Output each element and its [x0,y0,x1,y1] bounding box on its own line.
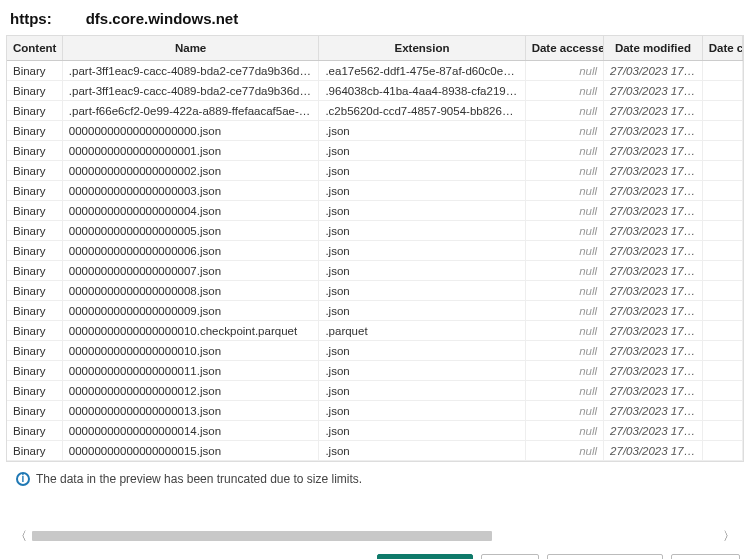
table-row[interactable]: Binary00000000000000000000.json.jsonnull… [7,121,743,141]
cell-extension: .json [319,161,525,181]
scroll-right-button[interactable]: 〉 [720,528,738,544]
cell-content: Binary [7,181,62,201]
table-row[interactable]: Binary00000000000000000008.json.jsonnull… [7,281,743,301]
col-header-date-created[interactable]: Date c [702,36,742,61]
cell-date-accessed: null [525,281,603,301]
cell-date-accessed: null [525,61,603,81]
cell-date-modified: 27/03/2023 17:19:49 [604,381,703,401]
table-row[interactable]: Binary00000000000000000005.json.jsonnull… [7,221,743,241]
table-row[interactable]: Binary00000000000000000010.json.jsonnull… [7,341,743,361]
cell-date-accessed: null [525,361,603,381]
cell-name: 00000000000000000002.json [62,161,319,181]
cell-date-created [702,141,742,161]
cell-name: 00000000000000000004.json [62,201,319,221]
cell-date-modified: 27/03/2023 17:19:55 [604,441,703,461]
cell-date-created [702,181,742,201]
table-row[interactable]: Binary00000000000000000015.json.jsonnull… [7,441,743,461]
table-row[interactable]: Binary00000000000000000001.json.jsonnull… [7,141,743,161]
cell-date-modified: 27/03/2023 17:19:47 [604,361,703,381]
table-row[interactable]: Binary00000000000000000012.json.jsonnull… [7,381,743,401]
cell-date-modified: 27/03/2023 17:23:36 [604,101,703,121]
table-row[interactable]: Binary00000000000000000014.json.jsonnull… [7,421,743,441]
col-header-date-modified[interactable]: Date modified [604,36,703,61]
scroll-thumb[interactable] [32,531,492,541]
table-row[interactable]: Binary00000000000000000013.json.jsonnull… [7,401,743,421]
cell-content: Binary [7,441,62,461]
cell-extension: .json [319,181,525,201]
cell-content: Binary [7,321,62,341]
cell-name: 00000000000000000006.json [62,241,319,261]
cell-date-accessed: null [525,341,603,361]
cell-date-modified: 27/03/2023 17:19:26 [604,121,703,141]
cell-extension: .json [319,281,525,301]
cell-date-accessed: null [525,261,603,281]
transform-data-button[interactable]: Transform Data [547,554,663,559]
cell-name: 00000000000000000010.json [62,341,319,361]
col-header-extension[interactable]: Extension [319,36,525,61]
cell-date-modified: 27/03/2023 17:21:26 [604,81,703,101]
cell-date-created [702,61,742,81]
cell-extension: .json [319,241,525,261]
cancel-button[interactable]: Cancel [671,554,740,559]
cell-date-accessed: null [525,421,603,441]
cell-content: Binary [7,81,62,101]
scroll-left-button[interactable]: 〈 [12,528,30,544]
cell-date-created [702,381,742,401]
cell-name: 00000000000000000013.json [62,401,319,421]
table-row[interactable]: Binary.part-3ff1eac9-cacc-4089-bda2-ce77… [7,81,743,101]
cell-name: 00000000000000000007.json [62,261,319,281]
cell-content: Binary [7,121,62,141]
cell-date-created [702,121,742,141]
table-row[interactable]: Binary00000000000000000002.json.jsonnull… [7,161,743,181]
cell-extension: .json [319,141,525,161]
cell-date-created [702,261,742,281]
cell-name: 00000000000000000008.json [62,281,319,301]
col-header-name[interactable]: Name [62,36,319,61]
preview-window: https: dfs.core.windows.net Content Name… [0,0,750,559]
table-row[interactable]: Binary00000000000000000007.json.jsonnull… [7,261,743,281]
table-row[interactable]: Binary00000000000000000009.json.jsonnull… [7,301,743,321]
load-button[interactable]: Load [481,554,539,559]
table-row[interactable]: Binary.part-f66e6cf2-0e99-422a-a889-ffef… [7,101,743,121]
col-header-date-accessed[interactable]: Date accessed [525,36,603,61]
table-row[interactable]: Binary00000000000000000003.json.jsonnull… [7,181,743,201]
cell-content: Binary [7,421,62,441]
cell-date-created [702,101,742,121]
table-row[interactable]: Binary00000000000000000010.checkpoint.pa… [7,321,743,341]
cell-date-accessed: null [525,441,603,461]
table-header-row: Content Name Extension Date accessed Dat… [7,36,743,61]
horizontal-scrollbar[interactable]: 〈 〉 [12,528,738,544]
cell-date-modified: 27/03/2023 17:19:51 [604,401,703,421]
cell-date-created [702,441,742,461]
cell-date-created [702,341,742,361]
cell-extension: .json [319,361,525,381]
table-row[interactable]: Binary00000000000000000004.json.jsonnull… [7,201,743,221]
cell-date-created [702,221,742,241]
cell-date-accessed: null [525,401,603,421]
cell-date-accessed: null [525,81,603,101]
cell-date-accessed: null [525,201,603,221]
source-url: https: dfs.core.windows.net [6,6,744,35]
cell-date-accessed: null [525,121,603,141]
cell-date-modified: 27/03/2023 17:21:04 [604,61,703,81]
cell-date-created [702,281,742,301]
cell-name: 00000000000000000001.json [62,141,319,161]
cell-date-modified: 27/03/2023 17:19:41 [604,281,703,301]
cell-date-accessed: null [525,101,603,121]
cell-extension: .json [319,261,525,281]
cell-name: 00000000000000000000.json [62,121,319,141]
cell-date-modified: 27/03/2023 17:19:27 [604,141,703,161]
combine-button[interactable]: Combine [377,554,473,559]
col-header-content[interactable]: Content [7,36,62,61]
table-row[interactable]: Binary00000000000000000006.json.jsonnull… [7,241,743,261]
cell-date-created [702,201,742,221]
cell-content: Binary [7,261,62,281]
cell-name: 00000000000000000015.json [62,441,319,461]
cell-date-created [702,81,742,101]
cell-extension: .json [319,421,525,441]
cell-date-created [702,361,742,381]
cell-date-accessed: null [525,241,603,261]
table-row[interactable]: Binary.part-3ff1eac9-cacc-4089-bda2-ce77… [7,61,743,81]
cell-content: Binary [7,241,62,261]
table-row[interactable]: Binary00000000000000000011.json.jsonnull… [7,361,743,381]
